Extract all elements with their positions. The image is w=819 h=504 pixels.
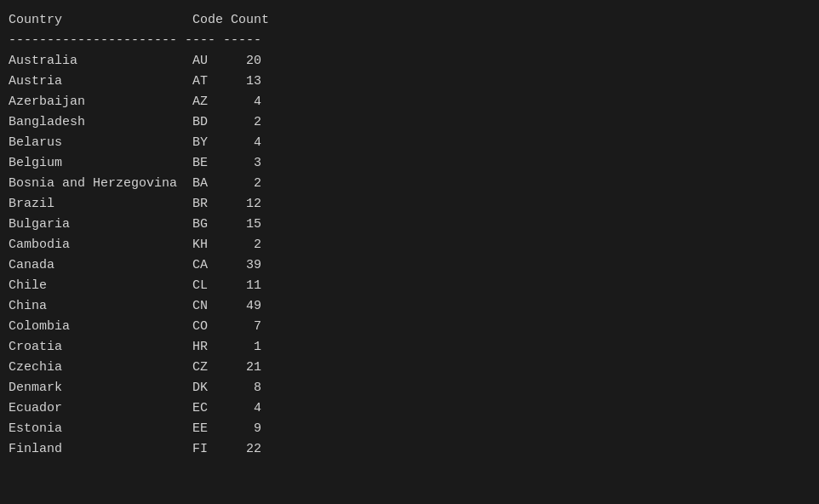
table-row: Denmark DK 8 <box>9 378 810 398</box>
table-row: Bangladesh BD 2 <box>9 112 810 133</box>
table-row: Bosnia and Herzegovina BA 2 <box>9 174 810 194</box>
table-row: Ecuador EC 4 <box>9 398 810 419</box>
table-row: Belarus BY 4 <box>9 133 810 153</box>
table-row: Azerbaijan AZ 4 <box>9 92 810 112</box>
table-row: Croatia HR 1 <box>9 337 810 358</box>
table-row: Finland FI 22 <box>9 439 810 460</box>
table-row: Czechia CZ 21 <box>9 358 810 378</box>
table-row: Chile CL 11 <box>9 276 810 296</box>
table-row: Belgium BE 3 <box>9 153 810 174</box>
separator-line: ---------------------- ---- ----- <box>9 31 810 51</box>
table-header: Country Code Count <box>9 10 810 31</box>
data-rows: Australia AU 20Austria AT 13Azerbaijan A… <box>9 51 810 460</box>
table-container: Country Code Count ---------------------… <box>9 10 810 460</box>
table-row: Canada CA 39 <box>9 255 810 276</box>
table-row: Brazil BR 12 <box>9 194 810 215</box>
table-row: Colombia CO 7 <box>9 317 810 337</box>
terminal-window: Country Code Count ---------------------… <box>9 10 810 501</box>
table-row: Austria AT 13 <box>9 72 810 92</box>
table-row: Cambodia KH 2 <box>9 235 810 255</box>
table-row: Estonia EE 9 <box>9 419 810 439</box>
table-row: Australia AU 20 <box>9 51 810 72</box>
table-row: China CN 49 <box>9 296 810 317</box>
table-row: Bulgaria BG 15 <box>9 215 810 235</box>
